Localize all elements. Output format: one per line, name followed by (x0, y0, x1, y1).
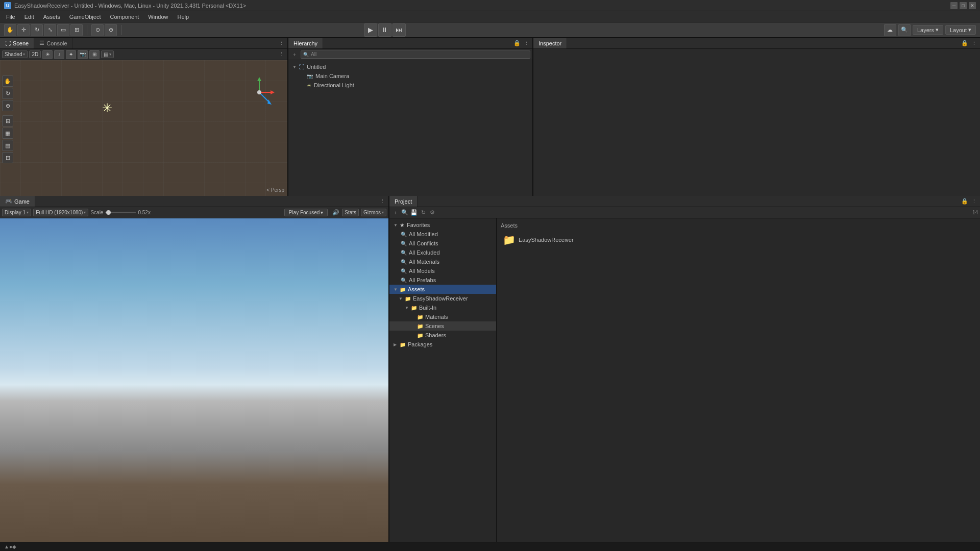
scene-more-btn[interactable]: ⋮ (277, 51, 285, 59)
asset-folder-item[interactable]: 📁 EasyShadowReceiver (501, 232, 976, 248)
menu-help[interactable]: Help (173, 13, 193, 21)
hierarchy-scene[interactable]: ▼ ⛶ Untitled (288, 62, 532, 71)
global-btn[interactable]: ⊕ (105, 24, 117, 36)
hierarchy-options: 🔒 ⋮ (513, 39, 532, 47)
transform-tool[interactable]: ⊞ (70, 24, 83, 36)
builtin-label: Built-In (419, 305, 436, 311)
scene-arrow-icon: ▼ (292, 65, 298, 69)
tree-shaders[interactable]: 📁 Shaders (389, 331, 496, 340)
scene-options-more[interactable]: ⋮ (277, 39, 285, 47)
scene-gizmo (241, 74, 277, 110)
inspector-more[interactable]: ⋮ (970, 39, 978, 47)
tree-assets-root[interactable]: ▼ 📁 Assets (389, 285, 496, 294)
search-button[interactable]: 🔍 (898, 24, 911, 36)
layout-button[interactable]: Layout ▾ (945, 25, 976, 35)
menu-window[interactable]: Window (144, 13, 172, 21)
tree-all-models[interactable]: 🔍 All Models (389, 266, 496, 276)
cloud-button[interactable]: ☁ (884, 24, 896, 36)
menu-assets[interactable]: Assets (39, 13, 64, 21)
hierarchy-main-camera[interactable]: 📷 Main Camera (288, 71, 532, 81)
game-stats-btn[interactable]: Stats (342, 209, 359, 216)
project-tab[interactable]: Project (389, 196, 418, 207)
packages-arrow: ▶ (394, 342, 399, 347)
layers-button[interactable]: Layers ▾ (913, 25, 943, 35)
tree-materials[interactable]: 📁 Materials (389, 312, 496, 321)
minimize-button[interactable]: ─ (950, 2, 958, 9)
menu-file[interactable]: File (2, 13, 19, 21)
tree-all-modified[interactable]: 🔍 All Modified (389, 230, 496, 239)
scene-view-select[interactable]: ▤▾ (101, 51, 114, 58)
scene-camera-toggle[interactable]: 📷 (78, 50, 88, 59)
camera-icon: 📷 (307, 73, 313, 79)
project-add-btn[interactable]: + (391, 209, 400, 217)
tree-favorites[interactable]: ▼ ★ Favorites (389, 220, 496, 230)
tree-all-excluded[interactable]: 🔍 All Excluded (389, 248, 496, 257)
inspector-lock[interactable]: 🔒 (961, 39, 969, 47)
project-refresh-icon[interactable]: ↻ (419, 209, 427, 217)
game-more-btn[interactable]: ⋮ (378, 197, 386, 206)
hierarchy-lock[interactable]: 🔒 (513, 39, 521, 47)
game-viewport[interactable] (0, 218, 388, 551)
rotate-tool[interactable]: ↻ (31, 24, 43, 36)
hierarchy-search-bar[interactable]: 🔍 All (301, 51, 530, 59)
tree-all-materials[interactable]: 🔍 All Materials (389, 257, 496, 266)
scene-tool-grid2[interactable]: ▦ (2, 128, 13, 139)
hierarchy-add-btn[interactable]: + (290, 51, 299, 59)
play-focused-label: Play Focused (289, 210, 320, 215)
rect-tool[interactable]: ▭ (57, 24, 69, 36)
scene-tool-grid4[interactable]: ⊟ (2, 152, 13, 163)
console-tab[interactable]: ☰ Console (34, 38, 72, 48)
game-tab[interactable]: 🎮 Game (0, 196, 35, 207)
restore-button[interactable]: □ (960, 2, 967, 9)
scene-tool-grid1[interactable]: ⊞ (2, 115, 13, 127)
scene-gizmos-toggle[interactable]: ⊞ (89, 50, 100, 59)
scene-fx-toggle[interactable]: ✦ (66, 50, 76, 59)
pause-button[interactable]: ⏸ (378, 23, 391, 37)
scene-tool-zoom[interactable]: ⊕ (2, 100, 13, 111)
hierarchy-more[interactable]: ⋮ (522, 39, 530, 47)
project-save-icon[interactable]: 💾 (410, 209, 418, 217)
scene-2d-toggle[interactable]: 2D (29, 51, 41, 58)
project-lock[interactable]: 🔒 (961, 197, 969, 206)
pivot-btn[interactable]: ⊙ (91, 24, 104, 36)
tree-packages[interactable]: ▶ 📁 Packages (389, 340, 496, 349)
scene-viewport[interactable]: ✳ ✋ ↻ (0, 60, 287, 196)
scale-tool[interactable]: ⤡ (44, 24, 56, 36)
inspector-tab[interactable]: Inspector (533, 38, 567, 48)
play-focused-button[interactable]: Play Focused ▾ (284, 209, 328, 216)
menu-gameobject[interactable]: GameObject (65, 13, 105, 21)
scene-tab[interactable]: ⛶ Scene (0, 38, 34, 48)
game-gizmos-btn[interactable]: Gizmos ▾ (361, 209, 386, 216)
game-audio-btn[interactable]: 🔊 (332, 209, 340, 217)
scene-audio-toggle[interactable]: ♪ (54, 50, 64, 59)
game-panel-options: ⋮ (378, 197, 388, 206)
play-button[interactable]: ▶ (364, 23, 377, 37)
all-modified-icon: 🔍 (401, 232, 407, 237)
scene-tool-rotate[interactable]: ↻ (2, 88, 13, 99)
hierarchy-tab[interactable]: Hierarchy (288, 38, 323, 48)
scene-tool-hand[interactable]: ✋ (2, 76, 13, 87)
move-tool[interactable]: ✛ (17, 24, 30, 36)
menu-edit[interactable]: Edit (20, 13, 38, 21)
tree-scenes[interactable]: 📁 Scenes (389, 321, 496, 331)
project-more[interactable]: ⋮ (970, 197, 978, 206)
hierarchy-directional-light[interactable]: ☀ Directional Light (288, 81, 532, 90)
close-button[interactable]: ✕ (969, 2, 976, 9)
scale-track[interactable] (105, 212, 136, 213)
tree-all-prefabs[interactable]: 🔍 All Prefabs (389, 276, 496, 285)
project-search-icon[interactable]: 🔍 (401, 209, 409, 217)
scene-shading-select[interactable]: Shaded▾ (2, 51, 28, 58)
step-button[interactable]: ⏭ (393, 23, 406, 37)
game-resolution-select[interactable]: Full HD (980x551) ▾ (33, 209, 88, 216)
tree-builtin[interactable]: ▼ 📁 Built-In (389, 303, 496, 312)
project-tabs: Project 🔒 ⋮ (389, 196, 980, 207)
game-display-select[interactable]: Display 1 ▾ (2, 209, 31, 216)
project-settings-icon[interactable]: ⚙ (428, 209, 436, 217)
menu-component[interactable]: Component (106, 13, 143, 21)
hand-tool[interactable]: ✋ (4, 24, 16, 36)
project-count: 14 (972, 210, 978, 215)
tree-all-conflicts[interactable]: 🔍 All Conflicts (389, 239, 496, 248)
tree-easyshadowreceiver[interactable]: ▼ 📁 EasyShadowReceiver (389, 294, 496, 303)
scene-light-toggle[interactable]: ☀ (42, 50, 53, 59)
scene-tool-grid3[interactable]: ▤ (2, 140, 13, 151)
